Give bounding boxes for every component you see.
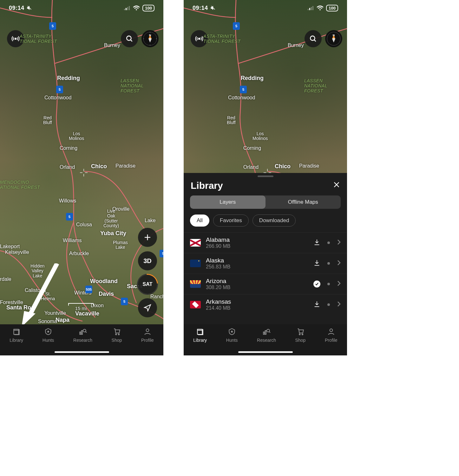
tab-label: Research [73, 338, 92, 343]
state-row[interactable]: Alaska 256.83 MB [184, 253, 347, 274]
state-size: 308.20 MB [206, 285, 308, 290]
screen-map: 09:14 100 N ASTA-TRINITYTI [0, 0, 163, 355]
svg-point-9 [150, 45, 150, 45]
city-label: Willows [59, 198, 76, 204]
tab-research[interactable]: Research [73, 327, 92, 343]
hunts-icon [44, 327, 53, 336]
state-row[interactable]: Alabama 266.90 MB [184, 232, 347, 253]
shop-icon [112, 327, 121, 336]
download-button[interactable] [313, 239, 320, 247]
svg-point-24 [83, 329, 86, 332]
tab-hunts[interactable]: Hunts [43, 327, 54, 343]
city-label: LiveOak(SutterCounty) [103, 209, 119, 228]
city-label: Cottonwood [228, 95, 255, 101]
state-flag [190, 301, 201, 308]
tab-hunts[interactable]: Hunts [226, 327, 238, 343]
city-label: Cottonwood [44, 95, 71, 101]
city-label: Burney [288, 43, 304, 48]
chip-favorites[interactable]: Favorites [213, 215, 249, 227]
state-flag [190, 260, 201, 267]
download-button[interactable] [313, 301, 320, 309]
city-label: Chico [91, 163, 107, 170]
download-button[interactable] [313, 259, 320, 268]
search-icon [309, 35, 317, 43]
home-indicator [238, 351, 293, 353]
status-dot [327, 303, 330, 306]
svg-point-47 [267, 329, 270, 332]
city-label: Lake [145, 218, 156, 223]
city-label: Corning [243, 145, 261, 151]
city-label: Williams [63, 238, 82, 243]
tab-shop[interactable]: Shop [295, 327, 306, 343]
svg-point-10 [143, 38, 144, 39]
interstate-shield: 5 [66, 213, 73, 221]
chip-downloaded[interactable]: Downloaded [252, 215, 296, 227]
state-size: 214.40 MB [206, 305, 308, 311]
map-crosshair [79, 168, 88, 179]
svg-rect-2 [127, 7, 128, 10]
city-label: Burney [104, 43, 120, 48]
forest-label: LASSEN NATIONALFOREST [304, 78, 347, 93]
close-icon [333, 181, 340, 188]
status-time: 09:14 [9, 5, 24, 11]
chevron-right-icon [337, 281, 341, 288]
city-label: LosMolinos [69, 131, 84, 141]
svg-rect-29 [309, 8, 310, 10]
tab-label: Hunts [43, 338, 54, 343]
city-label: Lakeport [0, 244, 20, 249]
tab-profile[interactable]: Profile [325, 327, 338, 343]
tab-offline-maps[interactable]: Offline Maps [266, 195, 341, 209]
sheet-grabber[interactable] [258, 175, 273, 177]
chip-all[interactable]: All [190, 215, 209, 227]
state-name: Alaska [206, 257, 308, 264]
interstate-shield: 5 [160, 250, 163, 257]
tab-layers[interactable]: Layers [190, 195, 266, 209]
city-label: Woodland [90, 278, 118, 285]
locate-button[interactable] [138, 298, 157, 317]
tab-label: Research [257, 338, 276, 343]
cellular-icon [124, 6, 130, 10]
city-label: Corning [60, 145, 77, 151]
state-flag [190, 280, 201, 288]
tab-research[interactable]: Research [257, 327, 276, 343]
3d-button[interactable]: 3D [138, 251, 157, 270]
svg-point-27 [146, 329, 149, 332]
chevron-right-icon [337, 239, 341, 246]
svg-rect-0 [124, 9, 125, 10]
search-button[interactable] [305, 30, 322, 47]
city-label: Redding [57, 75, 80, 82]
city-label: Orland [243, 164, 259, 170]
cellular-icon [308, 6, 314, 10]
forest-label: ASTA-TRINITYTIONAL FOREST [20, 34, 57, 44]
state-row[interactable]: Arizona 308.20 MB [184, 274, 347, 294]
status-bar: 09:14 100 [184, 0, 347, 16]
mute-icon [210, 5, 216, 11]
city-label: Orland [60, 164, 75, 170]
tab-library[interactable]: Library [10, 327, 23, 343]
mute-icon [26, 5, 33, 11]
state-row[interactable]: Arkansas 214.40 MB [184, 294, 347, 315]
svg-rect-31 [312, 6, 313, 10]
forest-label: ASTA-TRINITYTIONAL FOREST [203, 34, 240, 44]
chevron-right-icon [337, 301, 341, 308]
battery-badge: 100 [326, 5, 338, 11]
compass-button[interactable]: N [325, 30, 342, 47]
search-button[interactable] [121, 30, 138, 47]
close-button[interactable] [333, 181, 340, 190]
library-segmented[interactable]: Layers Offline Maps [190, 195, 341, 209]
compass-button[interactable]: N [141, 30, 159, 47]
plus-icon [144, 234, 151, 241]
tab-library[interactable]: Library [193, 327, 207, 343]
layer-button[interactable]: SAT [138, 275, 157, 294]
tab-profile[interactable]: Profile [141, 327, 154, 343]
state-name: Alabama [206, 236, 308, 243]
svg-point-32 [199, 38, 200, 39]
svg-rect-23 [82, 331, 82, 334]
state-name: Arkansas [206, 298, 308, 305]
add-button[interactable] [138, 228, 157, 247]
tab-bar: LibraryHuntsResearchShopProfile [184, 324, 347, 355]
tab-shop[interactable]: Shop [112, 327, 122, 343]
profile-icon [143, 327, 152, 336]
screen-library: 09:14 100 N ASTA-TRINITYTIONAL FORESTLAS… [184, 0, 347, 355]
locate-icon [143, 304, 152, 312]
